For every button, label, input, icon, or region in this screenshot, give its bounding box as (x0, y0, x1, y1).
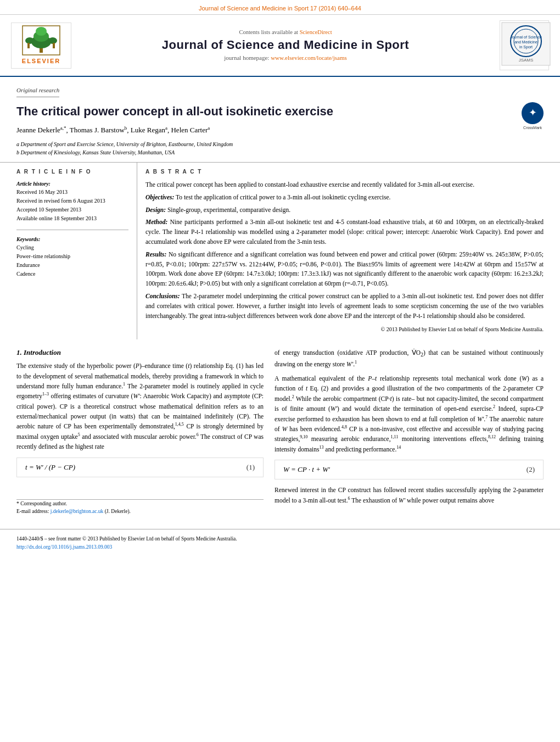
available-date: Available online 18 September 2013 (16, 214, 128, 223)
eq1-number: (1) (247, 462, 255, 472)
eq2-number: (2) (527, 465, 535, 475)
conclusions-label: Conclusions: (145, 293, 180, 299)
objectives-label: Objectives: (145, 194, 174, 200)
doi-link[interactable]: http://dx.doi.org/10.1016/j.jsams.2013.0… (16, 544, 112, 550)
body-content: 1. Introduction The extensive study of t… (0, 339, 560, 523)
keywords-label: Keywords: (16, 236, 128, 243)
affil-a: a Department of Sport and Exercise Scien… (16, 140, 544, 148)
abstract-text: The critical power concept has been appl… (145, 180, 544, 334)
info-abstract-section: A R T I C L E I N F O Article history: R… (0, 162, 560, 339)
footnote-corresponding: * Corresponding author. (16, 500, 264, 507)
intro-para1: The extensive study of the hyperbolic po… (16, 361, 264, 452)
journal-homepage: journal homepage: www.elsevier.com/locat… (71, 54, 500, 62)
journal-name: Journal of Science and Medicine in Sport (71, 37, 500, 54)
journal-title-block: Contents lists available at ScienceDirec… (71, 29, 500, 62)
author-regan: Luke Regan (131, 126, 165, 135)
method-text: Nine participants performed a 3-min all-… (145, 219, 544, 245)
eq1-formula: t = W′ / (P − CP) (25, 462, 75, 472)
keyword-endurance: Endurance (16, 261, 128, 270)
page-footer: 1440-2440/$ – see front matter © 2013 Pu… (0, 529, 560, 556)
abstract-copyright: © 2013 Published by Elsevier Ltd on beha… (145, 325, 544, 334)
elsevier-tree-icon (22, 25, 60, 55)
abstract-design: Design: Single-group, experimental, comp… (145, 205, 544, 215)
svg-text:in Sport: in Sport (519, 45, 533, 49)
abstract-header: A B S T R A C T (145, 168, 544, 176)
results-label: Results: (145, 251, 166, 258)
received-date: Received 16 May 2013 (16, 188, 128, 197)
accepted-date: Accepted 10 September 2013 (16, 205, 128, 214)
svg-point-3 (36, 27, 47, 36)
body-left: 1. Introduction The extensive study of t… (16, 348, 264, 515)
svg-text:Journal of Science: Journal of Science (510, 35, 542, 39)
article-title: The critical power concept in all-out is… (16, 104, 544, 120)
body-right: of energy transduction (oxidative ATP pr… (275, 348, 544, 515)
crossmark-badge: ✦ CrossMark (522, 102, 544, 131)
sciencedirect-link[interactable]: ScienceDirect (300, 29, 332, 35)
abstract-results: Results: No significant difference and a… (145, 250, 544, 289)
revised-date: Received in revised form 6 August 2013 (16, 197, 128, 205)
method-label: Method: (145, 219, 167, 225)
footnote-email: E-mail address: j.dekerle@brighton.ac.uk… (16, 507, 264, 515)
conclusions-text: The 2-parameter model underpinning the c… (145, 293, 544, 319)
elsevier-logo: ELSEVIER (11, 23, 71, 69)
article-info-col: A R T I C L E I N F O Article history: R… (16, 163, 137, 339)
journal-header: ELSEVIER Contents lists available at Sci… (0, 15, 560, 77)
objectives-text: To test the application of critical powe… (176, 194, 390, 200)
abstract-intro: The critical power concept has been appl… (145, 180, 544, 190)
article-info-header: A R T I C L E I N F O (16, 168, 128, 176)
keyword-cycling: Cycling (16, 243, 128, 252)
journal-logo-icon: Journal of Science and Medicine in Sport… (501, 22, 551, 66)
keywords-section: Keywords: Cycling Power–time relationshi… (16, 236, 128, 278)
svg-rect-6 (27, 43, 30, 48)
keyword-power-time: Power–time relationship (16, 252, 128, 261)
issn-line: 1440-2440/$ – see front matter © 2013 Pu… (16, 535, 544, 543)
history-label: Article history: (16, 180, 128, 188)
doi-line: http://dx.doi.org/10.1016/j.jsams.2013.0… (16, 543, 544, 551)
author-dekerle: Jeanne Dekerle (16, 126, 60, 135)
page: Journal of Science and Medicine in Sport… (0, 0, 560, 556)
design-label: Design: (145, 207, 166, 213)
right-para2: A mathematical equivalent of the P–t rel… (275, 373, 544, 454)
equation-2: W = CP · t + W′ (2) (275, 460, 544, 479)
svg-text:and Medicine: and Medicine (514, 40, 537, 44)
affil-b: b Department of Kinesiology, Kansas Stat… (16, 148, 544, 157)
abstract-col: A B S T R A C T The critical power conce… (137, 163, 544, 339)
eq2-formula: W = CP · t + W′ (283, 465, 330, 475)
right-para1: of energy transduction (oxidative ATP pr… (275, 348, 544, 369)
author-barstow: Thomas J. Barstow (70, 126, 125, 135)
journal-logo-right: Journal of Science and Medicine in Sport… (500, 20, 549, 70)
journal-top-bar: Journal of Science and Medicine in Sport… (0, 0, 560, 15)
email-link[interactable]: j.dekerle@brighton.ac.uk (51, 509, 104, 514)
author-carter: Helen Carter (171, 126, 208, 135)
crossmark-icon: ✦ (522, 102, 544, 124)
info-divider (16, 230, 128, 230)
affiliations: a Department of Sport and Exercise Scien… (16, 140, 544, 157)
footnote-section: * Corresponding author. E-mail address: … (16, 483, 264, 516)
design-text: Single-group, experimental, comparative … (167, 207, 290, 213)
svg-text:JSAMS: JSAMS (519, 58, 534, 63)
homepage-url[interactable]: www.elsevier.com/locate/jsams (271, 54, 347, 61)
abstract-objectives: Objectives: To test the application of c… (145, 193, 544, 203)
abstract-method: Method: Nine participants performed a 3-… (145, 217, 544, 247)
article-history: Article history: Received 16 May 2013 Re… (16, 180, 128, 223)
equation-1: t = W′ / (P − CP) (1) (16, 458, 264, 477)
elsevier-brand-text: ELSEVIER (14, 57, 69, 65)
contents-available-text: Contents lists available at ScienceDirec… (71, 29, 500, 37)
abstract-conclusions: Conclusions: The 2-parameter model under… (145, 292, 544, 321)
article-main: Original research ✦ CrossMark The critic… (0, 77, 560, 157)
keyword-cadence: Cadence (16, 270, 128, 278)
right-para3: Renewed interest in the CP construct has… (275, 485, 544, 505)
svg-rect-7 (53, 43, 55, 48)
intro-section-title: 1. Introduction (16, 348, 264, 358)
results-text: No significant difference and a signific… (145, 251, 544, 287)
article-type-label: Original research (16, 86, 59, 97)
authors-line: Jeanne Dekerlea,*, Thomas J. Barstowb, L… (16, 125, 544, 136)
journal-citation: Journal of Science and Medicine in Sport… (199, 5, 361, 12)
